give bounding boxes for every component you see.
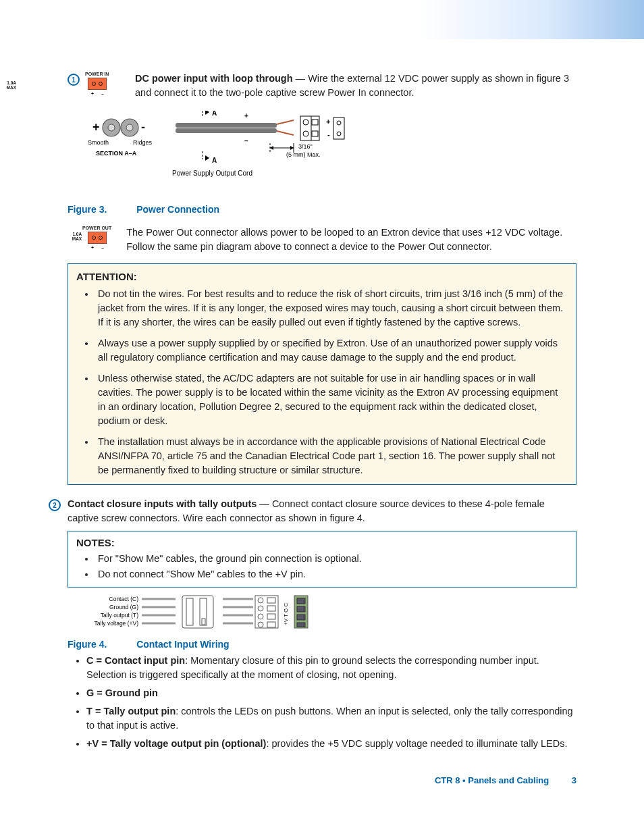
page-footer: CTR 8 • Panels and Cabling 3 [68,775,576,785]
figure-3-title: Power Connection [136,204,219,215]
svg-point-28 [337,121,341,125]
svg-point-63 [258,598,263,603]
svg-text:3/16": 3/16" [298,143,313,150]
attention-item: The installation must always be in accor… [95,435,568,477]
svg-text:Tally voltage (+V): Tally voltage (+V) [95,620,139,627]
svg-point-7 [108,124,115,131]
notes-box: NOTES: For "Show Me" cables, the ground … [68,531,576,588]
svg-rect-15 [176,128,277,133]
fig3-smooth: Smooth [88,139,109,146]
attention-item: Always use a power supply supplied by or… [95,336,568,365]
svg-rect-76 [297,623,305,627]
figure-4-lead: Figure 4. [68,639,107,650]
power-out-max: MAX [72,236,82,241]
svg-text:A: A [212,111,217,117]
svg-rect-14 [176,123,277,128]
svg-rect-55 [186,598,193,625]
svg-text:–: – [101,91,104,96]
notes-item: Do not connect "Show Me" cables to the +… [95,567,568,581]
notes-heading: NOTES: [76,536,568,550]
svg-rect-41 [88,232,107,244]
svg-point-65 [258,614,263,619]
footer-page: 3 [572,775,576,785]
svg-rect-68 [267,606,275,611]
svg-rect-73 [297,598,305,604]
callout-number-1: 1 [68,74,80,86]
svg-rect-67 [267,598,275,603]
svg-text:-: - [141,120,145,134]
svg-rect-69 [267,614,275,619]
svg-rect-25 [312,131,318,136]
callout-number-2: 2 [49,499,61,511]
callout-2-title: Contact closure inputs with tally output… [68,498,257,509]
svg-text:–: – [101,245,104,250]
svg-text:+: + [91,245,94,250]
power-out-connector-icon: POWER OUT +– [82,226,111,251]
figure-4-title: Contact Input Wiring [136,639,230,650]
figure-3-lead: Figure 3. [68,204,107,215]
svg-text:+: + [326,118,330,126]
power-out-label: POWER OUT [82,226,111,231]
svg-rect-24 [312,120,318,125]
page-body: 1 POWER IN +– DC power input with loop t… [0,39,644,806]
svg-text:+: + [92,120,100,134]
svg-rect-74 [297,606,305,612]
attention-item: Unless otherwise stated, the AC/DC adapt… [95,371,568,428]
svg-point-22 [303,131,308,136]
svg-marker-34 [270,146,273,150]
svg-line-17 [277,131,294,135]
svg-text:+V  T   G   C: +V T G C [283,602,289,625]
svg-text:Tally output (T): Tally output (T) [101,612,138,619]
svg-point-66 [258,622,263,627]
svg-rect-54 [182,596,213,628]
pin-c: C = Contact input pin [86,655,185,666]
figure-3: + - Smooth Ridges SECTION A–A A + – [68,111,576,215]
svg-point-9 [126,124,133,131]
svg-text:–: – [244,137,248,145]
svg-point-21 [303,120,308,125]
svg-rect-57 [202,619,205,625]
svg-marker-35 [290,146,294,150]
svg-text:(5 mm) Max.: (5 mm) Max. [286,151,321,158]
fig3-section: SECTION A–A [96,150,137,157]
attention-item: Do not tin the wires. For best results a… [95,287,568,330]
svg-marker-39 [205,155,209,161]
footer-section: CTR 8 • Panels and Cabling [435,775,549,785]
svg-marker-12 [205,111,209,115]
power-in-max: MAX [7,85,16,90]
page-top-gradient [0,0,644,39]
svg-rect-75 [297,615,305,620]
power-in-label: POWER IN [85,72,109,77]
power-in-connector-icon: POWER IN +– [85,72,109,97]
svg-text:+: + [244,112,248,120]
callout-1: 1 POWER IN +– DC power input with loop t… [68,72,576,104]
callout-1-title: DC power input with loop through [135,73,293,84]
fig3-subcaption: Power Supply Output Cord [172,170,252,177]
power-out-text: The Power Out connector allows power to … [126,226,576,254]
pin-t: T = Tally output pin [86,706,176,716]
notes-item: For "Show Me" cables, the ground pin con… [95,552,568,566]
svg-text:A: A [212,157,217,164]
attention-heading: ATTENTION: [76,269,568,284]
svg-text:Ground (G): Ground (G) [109,604,138,610]
svg-text:-: - [327,130,330,138]
callout-2: 2 Contact closure inputs with tally outp… [68,497,576,525]
fig3-ridges: Ridges [133,139,153,146]
svg-text:+: + [91,91,94,96]
pin-definitions: C = Contact input pin: Momentary closure… [86,654,576,751]
svg-point-64 [258,606,263,611]
pin-g: G = Ground pin [86,687,158,698]
svg-rect-0 [88,78,107,90]
svg-line-16 [277,120,294,124]
figure-4: Contact (C) Ground (G) Tally output (T) … [68,594,576,650]
svg-point-29 [337,132,341,136]
svg-text:Contact (C): Contact (C) [109,596,139,602]
power-out-block: POWER OUT +– 1.0A MAX The Power Out conn… [68,226,576,254]
svg-rect-70 [267,622,275,627]
attention-box: ATTENTION: Do not tin the wires. For bes… [68,263,576,485]
pin-v: +V = Tally voltage output pin (optional) [86,738,266,749]
